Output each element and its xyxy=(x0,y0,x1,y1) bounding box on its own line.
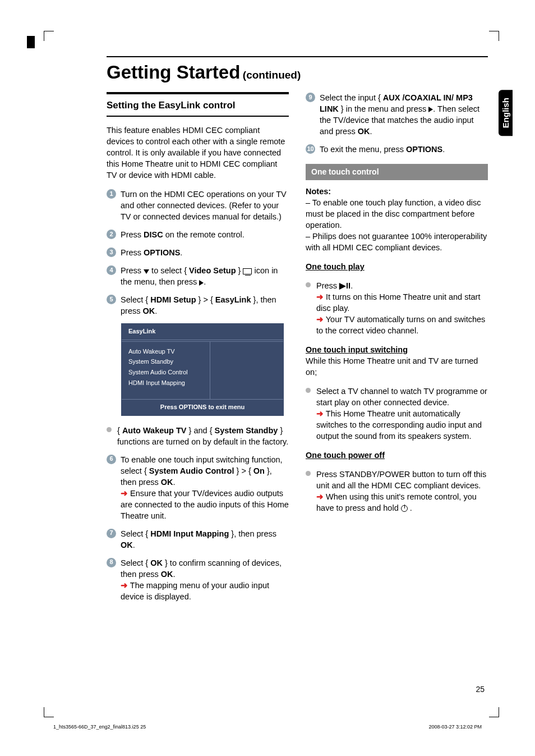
one-touch-input-heading: One touch input switching xyxy=(306,345,408,354)
result-text: This Home Theatre unit automatically swi… xyxy=(316,409,482,441)
label-hdmi-input-mapping: HDMI Input Mapping xyxy=(150,529,229,538)
one-touch-play-step: Press ▶II. ➜ It turns on this Home Theat… xyxy=(306,280,488,336)
text: Select { xyxy=(121,529,150,538)
result-text: The mapping menu of your audio input dev… xyxy=(121,581,269,601)
step-number-icon: 7 xyxy=(107,529,116,538)
text: . xyxy=(133,540,135,549)
text: . xyxy=(173,570,176,579)
menu-right-pane xyxy=(210,342,283,400)
result-text: When using this unit's remote control, y… xyxy=(316,492,477,512)
step-2: 2 Press DISC on the remote control. xyxy=(107,229,289,240)
play-pause-icon: ▶II xyxy=(339,281,350,290)
footer-filename: 1_hts3565-66D_37_eng2_final813.i25 25 xyxy=(53,724,146,730)
text: } > { xyxy=(234,466,253,475)
text: { Auto Wakeup TV } and { System Standby … xyxy=(117,425,289,447)
text: . xyxy=(442,145,445,154)
bullet-icon xyxy=(107,427,112,432)
text: Select { xyxy=(121,295,150,304)
menu-item: HDMI Input Mapping xyxy=(128,378,203,388)
subsection-heading: One touch control xyxy=(306,164,488,180)
text: . xyxy=(173,478,176,487)
step-number-icon: 9 xyxy=(306,93,315,102)
text: Press STANDBY/POWER button to turn off t… xyxy=(316,470,486,490)
one-touch-input-step: Select a TV channel to watch TV programm… xyxy=(306,386,488,442)
text: Press xyxy=(121,248,144,257)
label-hdmi-setup: HDMI Setup xyxy=(150,295,196,304)
step-text: Press OPTIONS. xyxy=(121,247,289,258)
label-ok: OK xyxy=(358,127,370,136)
text: on the remote control. xyxy=(163,230,245,239)
bullet-icon xyxy=(306,282,311,287)
title-bar: Getting Started (continued) xyxy=(107,56,488,83)
label-on: On xyxy=(253,466,265,475)
text: } > { xyxy=(196,295,215,304)
step-text: Select { OK } to confirm scanning of dev… xyxy=(121,557,289,602)
text: to select { xyxy=(149,266,189,275)
label-system-audio-control: System Audio Control xyxy=(149,466,234,475)
step-text: Turn on the HDMI CEC operations on your … xyxy=(121,189,289,222)
menu-item: System Standby xyxy=(128,356,203,367)
text: } in the menu and press xyxy=(339,104,428,113)
bullet-icon xyxy=(306,388,311,393)
step-5: 5 Select { HDMI Setup } > { EasyLink }, … xyxy=(107,294,289,317)
result-arrow-icon: ➜ xyxy=(121,581,128,590)
one-touch-play-heading: One touch play xyxy=(306,262,365,271)
text: Select { xyxy=(121,558,150,567)
step-number-icon: 2 xyxy=(107,230,116,239)
step-10: 10 To exit the menu, press OPTIONS. xyxy=(306,144,488,155)
easylink-menu: EasyLink Auto Wakeup TV System Standby S… xyxy=(121,323,284,415)
text: Press xyxy=(121,266,144,275)
note-text: – Philips does not guarantee 100% intero… xyxy=(306,232,487,252)
result-text: Your TV automatically turns on and switc… xyxy=(316,315,485,335)
step-7: 7 Select { HDMI Input Mapping }, then pr… xyxy=(107,528,289,551)
bullet-icon xyxy=(306,471,311,476)
label-options: OPTIONS xyxy=(406,145,442,154)
step-number-icon: 4 xyxy=(107,265,116,275)
print-mark xyxy=(27,36,35,48)
result-arrow-icon: ➜ xyxy=(316,315,324,324)
default-functions-note: { Auto Wakeup TV } and { System Standby … xyxy=(107,425,289,447)
step-number-icon: 8 xyxy=(107,558,116,567)
text: Press STANDBY/POWER button to turn off t… xyxy=(316,469,488,514)
down-arrow-icon xyxy=(144,269,149,274)
page-content: Getting Started (continued) Setting the … xyxy=(50,34,499,609)
one-touch-power-step: Press STANDBY/POWER button to turn off t… xyxy=(306,469,488,514)
step-text: Select { HDMI Input Mapping }, then pres… xyxy=(121,528,289,551)
result-arrow-icon: ➜ xyxy=(121,489,128,498)
notes-block: Notes: – To enable one touch play functi… xyxy=(306,186,488,253)
result-arrow-icon: ➜ xyxy=(316,492,324,501)
step-number-icon: 1 xyxy=(107,189,116,199)
notes-label: Notes: xyxy=(306,187,331,196)
step-number-icon: 6 xyxy=(107,455,116,464)
menu-item: System Audio Control xyxy=(128,367,203,378)
crop-mark xyxy=(44,707,54,717)
tv-icon xyxy=(243,268,252,274)
step-8: 8 Select { OK } to confirm scanning of d… xyxy=(107,557,289,602)
step-text: Select the input { AUX /COAXIAL IN/ MP3 … xyxy=(320,92,488,137)
one-touch-power-off: One touch power off xyxy=(306,450,488,461)
text: Press ▶II. ➜ It turns on this Home Theat… xyxy=(316,280,488,336)
step-6: 6 To enable one touch input switching fu… xyxy=(107,454,289,521)
text: } and { xyxy=(187,426,215,435)
label-ok: OK xyxy=(121,540,133,549)
text: Select a TV channel to watch TV programm… xyxy=(316,386,488,442)
step-text: Select { HDMI Setup } > { EasyLink }, th… xyxy=(121,294,289,317)
text: } xyxy=(236,266,243,275)
menu-body: Auto Wakeup TV System Standby System Aud… xyxy=(122,342,283,400)
one-touch-play: One touch play xyxy=(306,261,488,272)
one-touch-input-switching: One touch input switching While this Hom… xyxy=(306,344,488,378)
menu-items: Auto Wakeup TV System Standby System Aud… xyxy=(122,342,210,400)
step-text: To enable one touch input switching func… xyxy=(121,454,289,521)
step-4: 4 Press to select { Video Setup } icon i… xyxy=(107,265,289,287)
label-ok: OK xyxy=(143,306,155,315)
step-text: To exit the menu, press OPTIONS. xyxy=(320,144,488,155)
footer-timestamp: 2008-03-27 3:12:02 PM xyxy=(428,724,482,730)
step-1: 1 Turn on the HDMI CEC operations on you… xyxy=(107,189,289,222)
label-easylink: EasyLink xyxy=(215,295,251,304)
step-text: Press DISC on the remote control. xyxy=(121,229,289,240)
text: Select the input { xyxy=(320,93,383,102)
section-heading: Setting the EasyLink control xyxy=(107,92,289,117)
one-touch-power-heading: One touch power off xyxy=(306,451,385,460)
label-ok: OK xyxy=(161,570,173,579)
right-column: 9 Select the input { AUX /COAXIAL IN/ MP… xyxy=(306,92,488,609)
